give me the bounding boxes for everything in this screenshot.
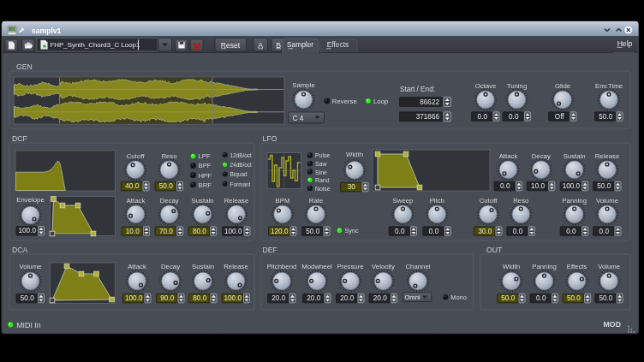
svg-text:100.0: 100.0 <box>224 228 242 235</box>
svg-text:Sustain: Sustain <box>192 197 214 205</box>
svg-text:MOD: MOD <box>604 320 622 329</box>
svg-text:0.0: 0.0 <box>500 182 510 190</box>
svg-text:C 4: C 4 <box>293 115 304 122</box>
svg-text:Octave: Octave <box>475 82 497 90</box>
svg-text:Biquad: Biquad <box>230 171 247 178</box>
svg-text:10.0: 10.0 <box>531 182 545 190</box>
svg-text:Reset: Reset <box>221 41 241 50</box>
svg-text:Sine: Sine <box>315 169 327 175</box>
svg-text:30.0: 30.0 <box>478 228 492 235</box>
svg-text:20.0: 20.0 <box>307 294 320 302</box>
svg-text:Formant: Formant <box>230 181 251 187</box>
svg-text:BPF: BPF <box>199 162 212 169</box>
svg-text:Sample: Sample <box>292 81 314 89</box>
svg-text:24dB/oct: 24dB/oct <box>230 162 252 168</box>
svg-text:Decay: Decay <box>160 197 179 205</box>
svg-text:Volume: Volume <box>596 197 618 205</box>
svg-text:Width: Width <box>346 151 363 158</box>
svg-text:Pressure: Pressure <box>337 263 363 270</box>
svg-text:Effects: Effects <box>567 263 587 270</box>
svg-text:Attack: Attack <box>128 263 146 270</box>
svg-text:Sustain: Sustain <box>564 152 586 160</box>
svg-text:A: A <box>258 41 263 50</box>
svg-text:Cutoff: Cutoff <box>480 197 498 205</box>
svg-text:0.0: 0.0 <box>509 113 519 121</box>
svg-text:50.0: 50.0 <box>597 182 611 190</box>
svg-text:BRF: BRF <box>199 181 212 189</box>
svg-text:Reso: Reso <box>513 197 529 205</box>
svg-text:Loop: Loop <box>373 98 389 105</box>
svg-text:Reso: Reso <box>161 152 177 160</box>
svg-text:Pitch: Pitch <box>430 197 444 205</box>
svg-text:100.0: 100.0 <box>224 294 242 302</box>
svg-text:MIDI In: MIDI In <box>16 321 40 329</box>
svg-text:Glide: Glide <box>555 82 570 90</box>
svg-text:Modwheel: Modwheel <box>301 263 332 270</box>
svg-text:0.0: 0.0 <box>536 294 546 302</box>
svg-text:50.0: 50.0 <box>599 113 612 121</box>
svg-text:0.0: 0.0 <box>395 228 405 235</box>
svg-text:86622: 86622 <box>420 98 439 106</box>
svg-text:FHP_Synth_Chord3_C Loop1: FHP_Synth_Chord3_C Loop1 <box>51 41 140 49</box>
svg-text:90.0: 90.0 <box>160 294 174 302</box>
svg-text:LPF: LPF <box>199 152 211 160</box>
svg-text:Release: Release <box>224 197 249 205</box>
svg-text:Sync: Sync <box>345 227 359 234</box>
svg-text:100.0: 100.0 <box>563 182 581 190</box>
svg-text:Omni: Omni <box>404 294 420 301</box>
svg-text:Width: Width <box>503 263 520 270</box>
svg-text:0.0: 0.0 <box>599 228 610 235</box>
svg-text:0.0: 0.0 <box>513 228 523 235</box>
svg-text:80.0: 80.0 <box>193 228 206 235</box>
svg-text:Saw: Saw <box>315 161 326 167</box>
svg-text:Start / End:: Start / End: <box>400 86 435 93</box>
svg-text:50.0: 50.0 <box>501 294 515 302</box>
svg-text:Velocity: Velocity <box>372 263 395 270</box>
svg-text:120.0: 120.0 <box>271 228 289 235</box>
svg-text:Volume: Volume <box>598 263 620 270</box>
svg-text:50.0: 50.0 <box>159 182 173 190</box>
svg-text:Pulse: Pulse <box>315 152 330 158</box>
svg-text:40.0: 40.0 <box>125 182 139 190</box>
svg-text:0.0: 0.0 <box>478 113 488 121</box>
svg-text:BPM: BPM <box>276 197 290 205</box>
svg-text:20.0: 20.0 <box>373 294 387 302</box>
svg-text:Off: Off <box>555 113 564 121</box>
svg-text:Volume: Volume <box>19 263 41 270</box>
svg-text:70.0: 70.0 <box>159 228 173 235</box>
svg-text:Envelope: Envelope <box>16 196 45 204</box>
svg-text:Attack: Attack <box>499 152 518 160</box>
svg-text:Decay: Decay <box>532 152 551 160</box>
svg-text:20.0: 20.0 <box>271 294 285 302</box>
svg-text:Channel: Channel <box>405 263 430 270</box>
svg-text:Noise: Noise <box>315 186 331 192</box>
svg-text:Sweep: Sweep <box>393 197 414 205</box>
svg-text:DCA: DCA <box>12 246 28 254</box>
svg-text:Sampler: Sampler <box>287 40 313 49</box>
svg-text:Tuning: Tuning <box>507 82 528 90</box>
svg-text:Cutoff: Cutoff <box>127 152 145 160</box>
svg-text:Panning: Panning <box>532 263 557 270</box>
svg-text:100.0: 100.0 <box>125 294 143 302</box>
svg-text:Rand: Rand <box>315 177 330 183</box>
svg-text:10.0: 10.0 <box>126 228 140 235</box>
svg-text:50.0: 50.0 <box>21 294 34 302</box>
svg-text:OUT: OUT <box>486 246 503 254</box>
svg-text:0.0: 0.0 <box>429 228 439 235</box>
svg-text:HPF: HPF <box>199 172 212 180</box>
svg-text:Reverse: Reverse <box>332 98 357 105</box>
svg-text:Rate: Rate <box>309 197 323 205</box>
svg-text:Panning: Panning <box>562 197 587 205</box>
svg-text:50.0: 50.0 <box>599 294 612 302</box>
svg-text:20.0: 20.0 <box>340 294 354 302</box>
svg-text:80.0: 80.0 <box>193 294 206 302</box>
svg-text:100.0: 100.0 <box>19 227 37 234</box>
svg-text:Sustain: Sustain <box>192 263 214 270</box>
svg-text:DEF: DEF <box>263 246 277 254</box>
svg-text:samplv1: samplv1 <box>32 27 62 35</box>
svg-text:371866: 371866 <box>416 113 440 121</box>
svg-text:Env.Time: Env.Time <box>595 82 623 90</box>
svg-text:50.0: 50.0 <box>306 228 319 235</box>
svg-text:Release: Release <box>595 152 620 160</box>
svg-text:Help: Help <box>617 39 633 48</box>
